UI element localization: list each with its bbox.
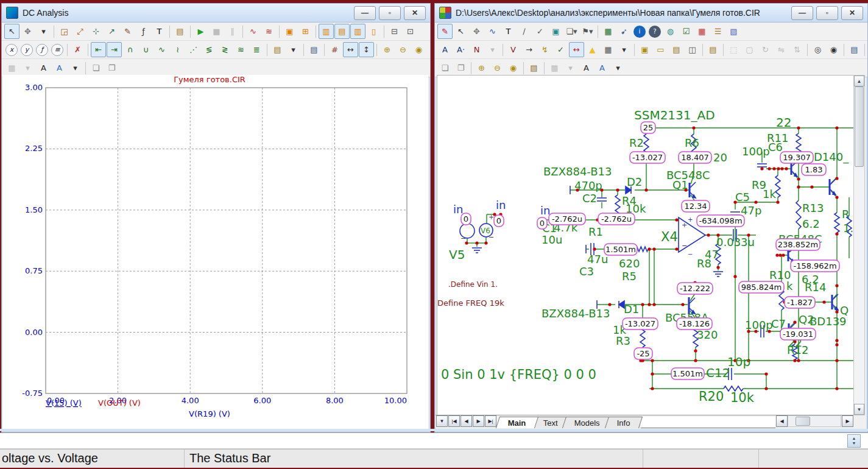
tab-nav-button-1[interactable]: |◀ — [448, 415, 460, 427]
graphics-tool-icon[interactable]: ✓ — [532, 24, 548, 39]
node-value-box[interactable]: 18.407 — [679, 152, 711, 163]
auto-scale-icon[interactable]: ⊞ — [298, 24, 313, 39]
zoom-100-icon[interactable]: ◉ — [506, 60, 521, 76]
go-to-slope-icon[interactable]: ⋰ — [186, 42, 201, 57]
scope-probe-icon[interactable]: ≋ — [261, 24, 277, 39]
panel-layout-3-icon[interactable]: ▥ — [350, 24, 365, 39]
node-value-box[interactable]: 985.824m — [739, 281, 784, 293]
horizontal-axis-grids-icon[interactable]: ↔ — [343, 42, 358, 57]
cursor-x-icon[interactable]: x — [5, 44, 18, 56]
properties-icon[interactable]: ▤ — [172, 24, 188, 39]
node-value-box[interactable]: -12.222 — [677, 283, 713, 294]
cursor-y-icon[interactable]: y — [21, 44, 33, 56]
zoom-out-icon[interactable]: ⊖ — [395, 42, 411, 57]
tab-nav-button-2[interactable]: ◀ — [460, 415, 472, 427]
data-points-icon[interactable]: # — [327, 42, 342, 57]
font-color-icon[interactable]: A — [595, 60, 610, 76]
pan-hand-icon[interactable]: ✥ — [20, 24, 35, 39]
all-branches-icon[interactable]: ≣ — [249, 42, 264, 57]
component-list-icon[interactable]: ☰ — [710, 24, 725, 39]
node-value-box[interactable]: 19.307 — [780, 152, 813, 163]
go-to-inflection-icon[interactable]: ≶ — [202, 42, 217, 57]
tab-nav-button-0[interactable]: ▼ — [436, 415, 448, 427]
tab-nav-button-3[interactable]: ▶ — [473, 415, 484, 427]
plot-area[interactable]: 3.002.251.500.750.00-0.750.002.004.006.0… — [2, 75, 428, 431]
clear-accumulated-plots-icon[interactable]: ✗ — [70, 42, 85, 57]
tab-nav-button-4[interactable]: ▶| — [485, 415, 496, 427]
send-to-back-icon[interactable]: ❐ — [453, 60, 468, 76]
panel-layout-2-icon[interactable]: ▤ — [334, 24, 350, 39]
node-value-box[interactable]: -2.762u — [549, 213, 585, 225]
dc-analysis-titlebar[interactable]: DC Analysis — ▫ ✕ — [2, 4, 430, 23]
find-icon[interactable]: ◎ — [810, 42, 825, 57]
node-value-box[interactable]: 0 — [494, 215, 504, 227]
web-link-icon[interactable]: ◍ — [663, 24, 678, 39]
help-mode-icon[interactable]: ? — [649, 26, 661, 38]
schematic-drawing[interactable]: +−+−SSM2131_ADR2R62022R11100pC6D140_BC54… — [437, 76, 853, 415]
numeric-output-icon[interactable]: ▤ — [306, 42, 322, 57]
horizontal-scrollbar[interactable] — [788, 415, 841, 427]
text-mode-icon[interactable]: T — [501, 24, 516, 39]
node-value-boxes[interactable]: 25-13.02718.40719.3071.8312.34000-2.762u… — [461, 122, 839, 379]
pan-hand-icon[interactable]: ✥ — [469, 24, 484, 39]
border-display-icon[interactable]: ▣ — [637, 42, 652, 57]
tab-main[interactable]: Main — [496, 417, 538, 428]
node-value-box[interactable]: -25 — [634, 348, 652, 359]
add-scope-icon[interactable]: ∿ — [245, 24, 261, 39]
page-copy-icon[interactable]: ▤ — [526, 60, 542, 76]
vertical-axis-grids-icon[interactable]: ↕ — [359, 42, 374, 57]
node-value-box[interactable]: 0 — [461, 213, 471, 225]
text-mode-icon[interactable]: T — [152, 24, 167, 39]
dc-analysis-plot[interactable]: 3.002.251.500.750.00-0.750.002.004.006.0… — [2, 75, 428, 431]
node-value-box[interactable]: -158.962m — [791, 260, 839, 272]
cursor-left-icon[interactable]: ⇤ — [91, 42, 106, 57]
maximize-button[interactable]: ▫ — [816, 6, 838, 20]
go-to-low-icon[interactable]: ≀ — [170, 42, 185, 57]
node-value-box[interactable]: 1.501m — [671, 368, 704, 379]
grid-dropdown-icon[interactable]: ▾ — [616, 42, 632, 57]
node-value-box[interactable]: -2.762u — [598, 213, 635, 225]
horizontal-cursor-mode-icon[interactable]: ⊹ — [88, 24, 104, 39]
shape-dropdown-icon[interactable]: ❏▾ — [564, 24, 579, 39]
node-value-box[interactable]: -13.027 — [623, 318, 658, 330]
run-icon[interactable]: ▶ — [193, 24, 208, 39]
zoom-out-icon[interactable]: ⊖ — [490, 60, 505, 76]
scale-mode-icon[interactable]: ⤢ — [72, 24, 88, 39]
node-value-box[interactable]: 25 — [641, 122, 655, 133]
branch-currents-icon[interactable]: → — [521, 42, 537, 57]
node-value-box[interactable]: 1.83 — [802, 164, 826, 175]
send-to-back-icon[interactable]: ❐ — [104, 60, 119, 76]
clipboard-icon[interactable]: ▤ — [270, 42, 285, 57]
envelope-icon[interactable]: ≋ — [233, 42, 249, 57]
resistor[interactable] — [775, 175, 780, 197]
region-enable-icon[interactable]: ☑ — [679, 24, 694, 39]
close-button[interactable]: ✕ — [841, 6, 863, 20]
go-to-high-icon[interactable]: ∿ — [154, 42, 169, 57]
line-tool-icon[interactable]: ∕ — [517, 24, 532, 39]
legend-trace-1[interactable]: V(15) (V) — [46, 398, 82, 407]
vertical-scroll-thumb[interactable] — [855, 86, 864, 167]
split-view-icon[interactable]: ◫ — [685, 42, 700, 57]
node-numbers-icon[interactable]: N — [469, 42, 484, 57]
go-to-peak-icon[interactable]: ∩ — [122, 42, 138, 57]
formula-mode-icon[interactable]: ƒ — [136, 24, 151, 39]
maximize-button[interactable]: ▫ — [379, 6, 401, 20]
schematic-canvas[interactable]: +−+−SSM2131_ADR2R62022R11100pC6D140_BC54… — [437, 75, 853, 415]
node-value-box[interactable]: -18.126 — [677, 318, 712, 330]
split-horizontal-icon[interactable]: ⊟ — [387, 24, 402, 39]
power-display-icon[interactable]: ↯ — [537, 42, 552, 57]
flag-dropdown-icon[interactable]: ⚑▾ — [580, 24, 595, 39]
cursor-list-icon[interactable]: ≡ — [51, 44, 63, 56]
font-color-dropdown-icon[interactable]: ▾ — [610, 60, 626, 76]
transistor[interactable] — [830, 179, 836, 195]
properties-icon[interactable]: ▤ — [705, 42, 721, 57]
zoom-in-icon[interactable]: ⊕ — [474, 60, 489, 76]
cursor-fx-icon[interactable]: ƒ — [36, 44, 48, 56]
close-button[interactable]: ✕ — [404, 6, 426, 20]
mode-dropdown-icon[interactable]: ▾ — [36, 24, 51, 39]
node-value-box[interactable]: 238.852m — [776, 239, 820, 250]
attribute-text-icon[interactable]: A — [437, 42, 453, 57]
vertical-scrollbar[interactable]: ▲ ▼ — [853, 75, 865, 415]
digital-table-icon[interactable]: ▦ — [601, 24, 616, 39]
transistor[interactable] — [690, 182, 696, 198]
